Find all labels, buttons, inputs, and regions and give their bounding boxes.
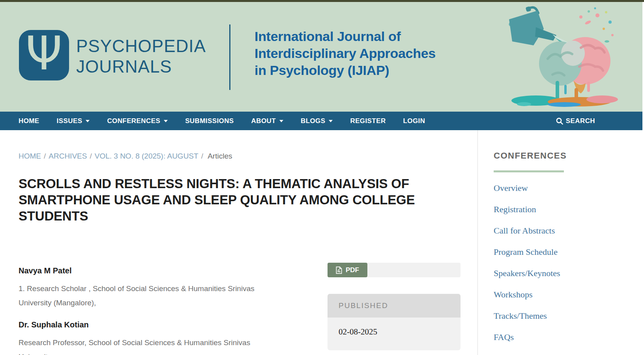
main-column: HOME/ARCHIVES/VOL. 3 NO. 8 (2025): AUGUS… (0, 130, 477, 355)
sidebar: CONFERENCES OverviewRegistrationCall for… (477, 130, 644, 355)
sidebar-link[interactable]: Registration (494, 204, 644, 215)
published-date: 02-08-2025 (328, 318, 461, 350)
published-panel: PUBLISHED 02-08-2025 (328, 294, 461, 350)
sidebar-heading: CONFERENCES (494, 151, 644, 161)
nav-item[interactable]: ABOUT (251, 117, 283, 125)
nav-item-label: ABOUT (251, 117, 276, 125)
nav-item[interactable]: BLOGS (301, 117, 333, 125)
breadcrumb: HOME/ARCHIVES/VOL. 3 NO. 8 (2025): AUGUS… (19, 152, 477, 161)
author-name: Navya M Patel (19, 266, 279, 275)
sidebar-link[interactable]: Overview (494, 183, 644, 193)
nav-items: HOME ISSUES CONFERENCES SUBMISSIONS ABOU… (19, 117, 425, 125)
journal-title: International Journal ofInterdisciplinar… (255, 28, 436, 79)
breadcrumb-link[interactable]: ARCHIVES (49, 152, 87, 160)
sidebar-link[interactable]: Call for Abstracts (494, 226, 644, 236)
author-affiliation: 1. Research Scholar , School of Social S… (19, 282, 273, 310)
published-label: PUBLISHED (328, 294, 461, 318)
breadcrumb-separator: / (44, 152, 46, 160)
sidebar-link[interactable]: Workshops (494, 290, 644, 300)
search-icon (556, 118, 563, 125)
nav-item-label: HOME (19, 117, 39, 125)
main-nav: HOME ISSUES CONFERENCES SUBMISSIONS ABOU… (0, 112, 642, 130)
nav-item-label: BLOGS (301, 117, 325, 125)
brain-shape (539, 37, 610, 93)
article-side-column: PDF PUBLISHED 02-08-2025 (328, 263, 461, 355)
pdf-file-icon (336, 266, 342, 274)
author-block: Dr. Suphala Kotian Research Professor, S… (19, 320, 279, 355)
chevron-down-icon (164, 120, 168, 122)
watering-can-icon (507, 6, 556, 45)
nav-item[interactable]: CONFERENCES (107, 117, 168, 125)
file-bar: PDF (328, 263, 461, 277)
chevron-down-icon (329, 120, 333, 122)
pdf-button-label: PDF (346, 266, 359, 274)
psi-logo-glyph: Ψ (26, 30, 62, 77)
content-area: HOME/ARCHIVES/VOL. 3 NO. 8 (2025): AUGUS… (0, 130, 644, 355)
breadcrumb-links: HOME/ARCHIVES/VOL. 3 NO. 8 (2025): AUGUS… (19, 152, 206, 160)
search-label: SEARCH (566, 117, 595, 125)
nav-item-label: SUBMISSIONS (185, 117, 234, 125)
nav-item-label: ISSUES (57, 117, 82, 125)
brain-watering-illustration (489, 4, 620, 107)
chevron-down-icon (86, 120, 90, 122)
sidebar-link[interactable]: FAQs (494, 332, 644, 342)
nav-item[interactable]: HOME (19, 117, 39, 125)
pdf-download-button[interactable]: PDF (328, 263, 367, 277)
sidebar-heading-underline (494, 170, 564, 172)
breadcrumb-separator: / (201, 152, 203, 160)
nav-item-label: CONFERENCES (107, 117, 160, 125)
conferences-menu: OverviewRegistrationCall for AbstractsPr… (494, 183, 644, 342)
paint-puddle (511, 95, 618, 107)
nav-item[interactable]: SUBMISSIONS (185, 117, 234, 125)
sidebar-link[interactable]: Tracks/Themes (494, 311, 644, 321)
nav-item-label: LOGIN (403, 117, 425, 125)
author-name: Dr. Suphala Kotian (19, 320, 279, 329)
journal-title-line: in Psychology (IJIAP) (255, 62, 436, 79)
brand-line-2: JOURNALS (76, 56, 206, 77)
journal-title-line: Interdisciplinary Approaches (255, 45, 436, 62)
nav-item[interactable]: REGISTER (350, 117, 386, 125)
authors-list: Navya M Patel 1. Research Scholar , Scho… (19, 263, 279, 355)
site-header: Ψ PSYCHOPEDIA JOURNALS International Jou… (0, 2, 642, 112)
brand-line-1: PSYCHOPEDIA (76, 36, 206, 56)
journal-title-line: International Journal of (255, 28, 436, 45)
breadcrumb-separator: / (90, 152, 92, 160)
journal-logo[interactable]: Ψ (19, 30, 69, 80)
breadcrumb-link[interactable]: HOME (19, 152, 41, 160)
article-title: SCROLLS AND RESTLESS NIGHTS: A THEMATIC … (19, 176, 451, 224)
sidebar-link[interactable]: Speakers/Keynotes (494, 268, 644, 278)
nav-item-label: REGISTER (350, 117, 386, 125)
author-affiliation: Research Professor, School of Social Sci… (19, 336, 273, 355)
breadcrumb-link[interactable]: VOL. 3 NO. 8 (2025): AUGUST (95, 152, 198, 160)
header-divider (229, 24, 230, 90)
search-button[interactable]: SEARCH (556, 117, 595, 125)
nav-item[interactable]: LOGIN (403, 117, 425, 125)
nav-item[interactable]: ISSUES (57, 117, 90, 125)
article-meta-row: Navya M Patel 1. Research Scholar , Scho… (0, 263, 477, 355)
brand-name: PSYCHOPEDIA JOURNALS (76, 36, 206, 77)
author-block: Navya M Patel 1. Research Scholar , Scho… (19, 266, 279, 310)
chevron-down-icon (279, 120, 283, 122)
breadcrumb-current: Articles (208, 152, 232, 160)
sidebar-link[interactable]: Program Schedule (494, 247, 644, 257)
